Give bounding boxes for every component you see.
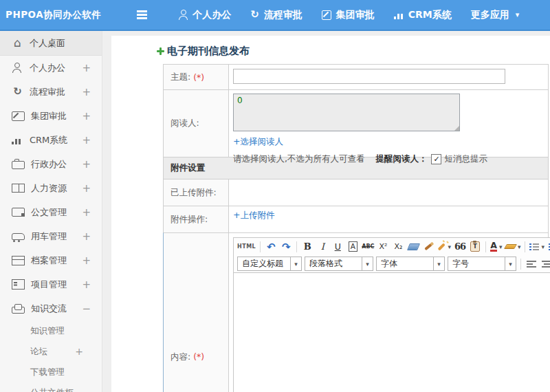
subscript-button[interactable]: X₂	[392, 240, 404, 254]
uploaded-attachments-row: 已上传附件:	[163, 179, 548, 206]
remind-readers-label: 提醒阅读人：	[375, 153, 427, 165]
sidebar-subitem-label: 知识管理	[30, 325, 65, 337]
sidebar-item-label: 知识交流	[31, 303, 67, 315]
topnav-crm-system[interactable]: CRM系统	[394, 9, 452, 21]
publish-form: 主题: (*) 阅读人: 0 +选择阅读人 请选择阅读人,不选为所有人可查看 提…	[163, 64, 549, 392]
expand-plus-icon[interactable]: +	[82, 182, 91, 195]
expand-plus-icon[interactable]: +	[82, 279, 91, 291]
chevron-down-icon	[499, 243, 503, 250]
edit-square-icon	[12, 111, 25, 121]
readers-label: 阅读人:	[164, 90, 229, 157]
document-icon	[12, 208, 25, 217]
sidebar-item-document-management[interactable]: 公文管理 +	[0, 200, 102, 224]
toolbar-separator	[525, 241, 525, 252]
paragraph-format-select[interactable]: 段落格式	[305, 257, 373, 271]
format-painter-button[interactable]	[422, 240, 434, 254]
readers-hint-row: 请选择阅读人,不选为所有人可查看 提醒阅读人： 短消息提示	[233, 153, 544, 165]
sidebar-item-personal-desktop[interactable]: 个人桌面	[0, 31, 102, 56]
hamburger-menu-icon[interactable]	[137, 10, 151, 20]
eraser-icon	[407, 243, 420, 250]
book-icon	[12, 184, 25, 193]
toolbar-separator	[520, 259, 521, 270]
italic-button[interactable]: I	[316, 240, 329, 254]
expand-plus-icon[interactable]: +	[82, 62, 91, 74]
align-left-button[interactable]	[525, 257, 538, 271]
sidebar-item-workflow-approval[interactable]: 流程审批 +	[0, 80, 102, 104]
expand-plus-icon[interactable]: +	[82, 86, 91, 98]
sms-checkbox[interactable]	[431, 154, 441, 164]
align-center-icon	[542, 261, 550, 268]
collapse-minus-icon[interactable]: −	[82, 303, 91, 315]
expand-plus-icon[interactable]: +	[82, 134, 91, 146]
sidebar-subitem-public-file-cabinet[interactable]: 公共文件柜	[0, 382, 102, 392]
editor-content-area[interactable]	[234, 272, 550, 392]
blockquote-button[interactable]: 66	[454, 240, 466, 254]
sidebar-item-project-management[interactable]: 项目管理 +	[0, 272, 102, 296]
sidebar-subitem-label: 下载管理	[30, 367, 65, 378]
highlight-color-button[interactable]	[505, 240, 521, 254]
top-navigation: 个人办公 流程审批 集团审批 CRM系统 更多应用	[168, 9, 529, 21]
sidebar-item-personal-office[interactable]: 个人办公 +	[0, 56, 102, 80]
font-color-button[interactable]: A	[490, 240, 503, 254]
topnav-label: 更多应用	[471, 9, 509, 21]
sidebar-item-human-resources[interactable]: 人力资源 +	[0, 176, 102, 200]
sidebar-subitem-knowledge-management[interactable]: 知识管理	[0, 320, 102, 341]
font-size-select[interactable]: 字号	[448, 257, 516, 271]
auto-typeset-button[interactable]	[437, 240, 451, 254]
expand-plus-icon[interactable]: +	[82, 230, 91, 243]
superscript-button[interactable]: X²	[377, 240, 389, 254]
upload-attachment-link[interactable]: +上传附件	[233, 210, 274, 221]
undo-button[interactable]	[265, 240, 277, 254]
sidebar-item-archive-management[interactable]: 档案管理 +	[0, 248, 102, 272]
font-family-select[interactable]: 字体	[376, 257, 445, 271]
readers-textarea[interactable]: 0	[233, 94, 460, 131]
sidebar-item-label: 用车管理	[31, 230, 67, 243]
remove-format-button[interactable]	[407, 240, 419, 254]
sidebar-item-vehicle-management[interactable]: 用车管理 +	[0, 224, 102, 248]
expand-plus-icon[interactable]: +	[82, 158, 91, 171]
topnav-more-apps[interactable]: 更多应用	[471, 9, 520, 21]
custom-heading-select[interactable]: 自定义标题	[237, 257, 302, 271]
rich-text-editor: HTML B I U A ABC X² X₂	[233, 237, 550, 392]
editor-toolbar-row-2: 自定义标题 段落格式 字体 字号	[234, 255, 550, 272]
unordered-list-button[interactable]	[547, 240, 550, 254]
sidebar-item-admin-office[interactable]: 行政办公 +	[0, 152, 102, 176]
subject-row: 主题: (*)	[163, 65, 548, 89]
uploaded-attachments-label: 已上传附件:	[164, 179, 229, 206]
expand-plus-icon[interactable]: +	[82, 254, 91, 267]
strikethrough-button[interactable]: ABC	[362, 240, 374, 254]
subject-input[interactable]	[233, 69, 505, 84]
workflow-icon	[12, 87, 23, 97]
topnav-label: 流程审批	[264, 9, 302, 21]
topnav-group-approval[interactable]: 集团审批	[322, 9, 375, 21]
select-readers-link[interactable]: +选择阅读人	[233, 136, 283, 148]
align-center-button[interactable]	[540, 257, 550, 271]
sms-label: 短消息提示	[444, 153, 487, 165]
sidebar-item-knowledge-exchange[interactable]: 知识交流 −	[0, 296, 102, 320]
expand-plus-icon[interactable]: +	[82, 206, 91, 219]
sidebar-subitem-download-management[interactable]: 下载管理	[0, 362, 102, 382]
sidebar-item-label: 集团审批	[31, 110, 67, 122]
topnav-workflow-approval[interactable]: 流程审批	[250, 9, 302, 21]
underline-button[interactable]: U	[331, 240, 344, 254]
sidebar-item-crm-system[interactable]: CRM系统 +	[0, 128, 102, 152]
sidebar-subitem-forum[interactable]: 论坛 +	[0, 341, 102, 362]
sidebar-item-group-approval[interactable]: 集团审批 +	[0, 104, 102, 128]
redo-button[interactable]	[280, 240, 292, 254]
content-row: 内容: (*) HTML B I U A ABC	[163, 232, 548, 392]
topnav-personal-office[interactable]: 个人办公	[178, 9, 231, 21]
sidebar-item-label: 行政办公	[31, 158, 67, 171]
page-title: 电子期刊信息发布	[167, 45, 250, 58]
chevron-down-icon	[505, 257, 516, 270]
expand-plus-icon[interactable]: +	[75, 346, 83, 357]
html-source-button[interactable]: HTML	[237, 240, 256, 254]
subject-label: 主题: (*)	[164, 65, 229, 89]
add-icon	[157, 47, 164, 55]
ordered-list-button[interactable]	[529, 240, 544, 254]
bold-button[interactable]: B	[301, 240, 314, 254]
expand-plus-icon[interactable]: +	[82, 110, 91, 122]
readers-value: 0	[237, 96, 243, 105]
paste-as-text-button[interactable]	[469, 240, 481, 254]
resize-handle[interactable]	[454, 126, 459, 131]
text-style-button[interactable]: A	[346, 240, 359, 254]
